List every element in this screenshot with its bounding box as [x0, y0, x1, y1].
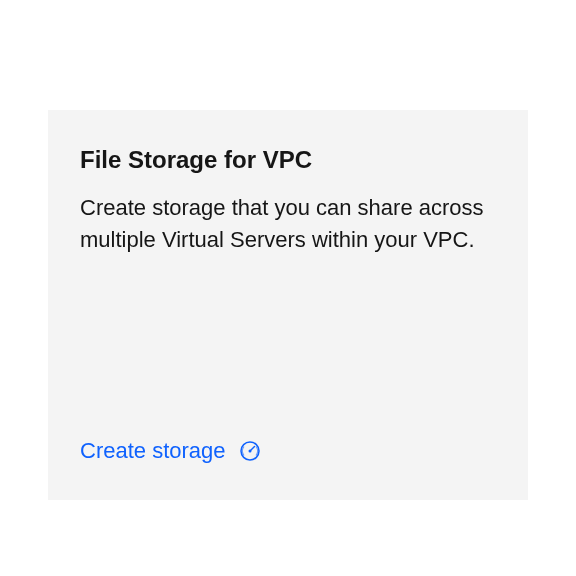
create-storage-link[interactable]: Create storage: [80, 438, 496, 464]
svg-point-1: [248, 450, 251, 453]
meter-icon: [238, 439, 262, 463]
file-storage-card: File Storage for VPC Create storage that…: [48, 110, 528, 500]
card-description: Create storage that you can share across…: [80, 192, 496, 438]
card-title: File Storage for VPC: [80, 146, 496, 174]
create-storage-label: Create storage: [80, 438, 226, 464]
